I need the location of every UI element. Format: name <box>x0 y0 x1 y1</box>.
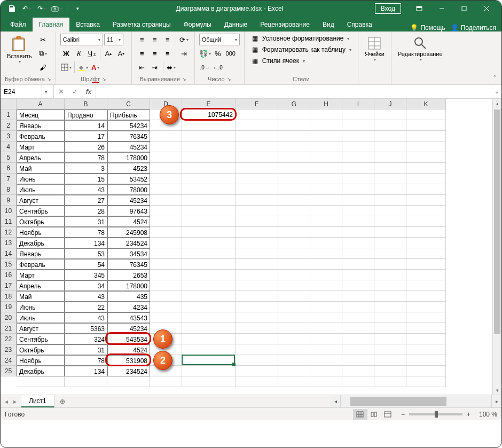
cells-button[interactable]: Ячейки▾ <box>363 34 387 64</box>
cell[interactable] <box>182 142 236 152</box>
cell[interactable] <box>374 163 406 174</box>
row-header[interactable]: 1 <box>1 109 17 120</box>
cell[interactable] <box>182 227 236 238</box>
cell[interactable]: 4523 <box>107 163 150 174</box>
cell[interactable] <box>278 302 310 312</box>
decrease-font-icon[interactable]: A▾ <box>115 48 127 59</box>
cell[interactable]: 53 <box>65 248 107 259</box>
column-header[interactable]: A <box>17 99 65 109</box>
cell[interactable] <box>17 376 65 387</box>
row-header[interactable]: 21 <box>1 323 17 334</box>
number-format-select[interactable]: Общий▾ <box>199 34 240 45</box>
cell[interactable] <box>236 334 278 344</box>
cell[interactable]: 14 <box>65 120 107 131</box>
namebox-dropdown-icon[interactable]: ▾ <box>42 85 50 98</box>
row-header[interactable]: 8 <box>1 184 17 195</box>
cell[interactable]: 178000 <box>107 280 150 291</box>
cell[interactable]: 531908 <box>107 355 150 366</box>
cell[interactable]: 26 <box>65 142 107 152</box>
cell[interactable]: 3 <box>65 163 107 174</box>
undo-icon[interactable]: ↶▾ <box>20 2 34 15</box>
cell[interactable]: Май <box>17 291 65 302</box>
editing-button[interactable]: Редактирование▾ <box>396 34 445 64</box>
row-header[interactable]: 22 <box>1 334 17 344</box>
cell[interactable]: 234524 <box>107 366 150 376</box>
cell[interactable]: 134 <box>65 366 107 376</box>
cell[interactable]: 234524 <box>107 238 150 248</box>
cell[interactable] <box>182 206 236 216</box>
cell[interactable] <box>150 152 182 163</box>
cell[interactable]: 5363 <box>65 323 107 334</box>
cell[interactable] <box>374 280 406 291</box>
cell[interactable] <box>150 163 182 174</box>
cell[interactable] <box>150 206 182 216</box>
font-launcher-icon[interactable]: ↘ <box>102 76 106 82</box>
hscroll-left-icon[interactable]: ◂ <box>331 395 340 407</box>
cell[interactable] <box>278 270 310 280</box>
cell[interactable] <box>150 184 182 195</box>
cell[interactable] <box>236 280 278 291</box>
cell[interactable] <box>278 227 310 238</box>
cell[interactable] <box>342 206 374 216</box>
increase-decimal-icon[interactable]: .0→ <box>199 61 211 73</box>
percent-icon[interactable]: % <box>212 48 224 59</box>
cell[interactable] <box>182 280 236 291</box>
cell[interactable] <box>374 334 406 344</box>
cell[interactable] <box>310 152 342 163</box>
cell[interactable] <box>278 109 310 120</box>
cell[interactable]: 97643 <box>107 206 150 216</box>
cell[interactable] <box>406 163 446 174</box>
cell[interactable] <box>236 323 278 334</box>
scroll-down-icon[interactable]: ▾ <box>493 386 501 395</box>
column-header[interactable]: I <box>342 99 374 109</box>
cell[interactable] <box>374 227 406 238</box>
cell[interactable] <box>310 312 342 323</box>
cell[interactable] <box>236 195 278 206</box>
cell[interactable] <box>310 355 342 366</box>
cell[interactable] <box>374 238 406 248</box>
cell[interactable]: 45234 <box>107 323 150 334</box>
cell[interactable]: Продано <box>65 109 107 120</box>
cell[interactable] <box>150 238 182 248</box>
cell[interactable] <box>406 259 446 270</box>
cell[interactable]: 178000 <box>107 152 150 163</box>
cell[interactable] <box>406 302 446 312</box>
cell[interactable] <box>182 152 236 163</box>
sheet-tab[interactable]: Лист1 <box>21 395 54 407</box>
cell[interactable] <box>150 142 182 152</box>
save-icon[interactable] <box>5 2 19 15</box>
cell[interactable]: 43 <box>65 312 107 323</box>
cell[interactable] <box>150 270 182 280</box>
cell[interactable] <box>278 312 310 323</box>
cell[interactable] <box>406 174 446 184</box>
row-header[interactable]: 19 <box>1 302 17 312</box>
cell[interactable] <box>236 184 278 195</box>
cell[interactable] <box>278 366 310 376</box>
column-header[interactable]: E <box>182 99 236 109</box>
row-header[interactable]: 7 <box>1 174 17 184</box>
cell[interactable] <box>374 184 406 195</box>
cell[interactable] <box>342 109 374 120</box>
column-header[interactable]: H <box>310 99 342 109</box>
cell[interactable] <box>374 152 406 163</box>
cell[interactable] <box>150 376 182 387</box>
cell[interactable] <box>310 174 342 184</box>
clipboard-launcher-icon[interactable]: ↘ <box>47 76 51 82</box>
maximize-icon[interactable] <box>453 1 475 17</box>
cell[interactable] <box>182 163 236 174</box>
conditional-formatting-button[interactable]: ▦Условное форматирование▾ <box>249 34 354 43</box>
cell[interactable] <box>182 216 236 227</box>
decrease-decimal-icon[interactable]: ←.0 <box>212 61 224 73</box>
cell[interactable] <box>236 216 278 227</box>
cell[interactable]: Май <box>17 163 65 174</box>
tab-review[interactable]: Рецензирование <box>254 18 316 32</box>
cell[interactable] <box>150 248 182 259</box>
cell[interactable] <box>278 195 310 206</box>
cell[interactable] <box>310 334 342 344</box>
underline-button[interactable]: Ч▾ <box>86 48 98 59</box>
row-header[interactable]: 11 <box>1 216 17 227</box>
cell[interactable] <box>406 206 446 216</box>
qat-customize-icon[interactable]: ▾ <box>70 2 84 15</box>
worksheet-grid[interactable]: ABCDEFGHIJK 1234567891011121314151617181… <box>1 99 501 395</box>
cell[interactable] <box>236 109 278 120</box>
